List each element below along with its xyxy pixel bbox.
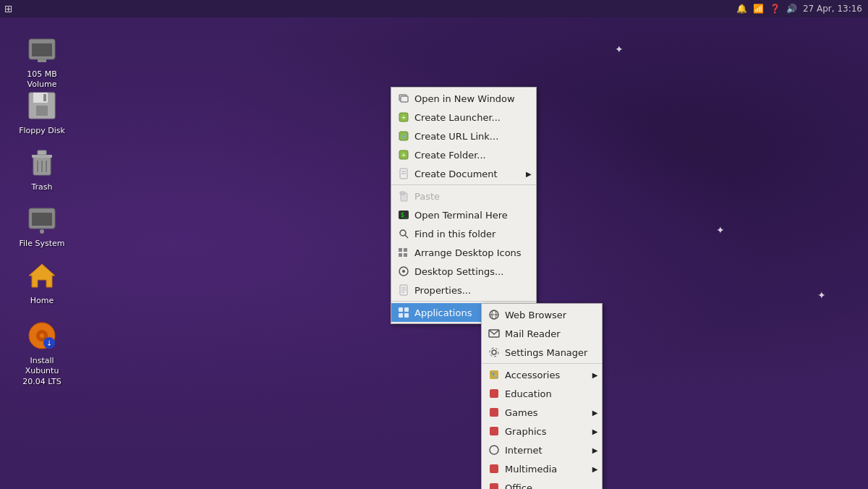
svg-rect-41 xyxy=(399,253,402,257)
notification-icon[interactable]: 🔔 xyxy=(736,4,747,14)
mail-reader-icon xyxy=(488,327,501,340)
submenu-applications: Web Browser Mail Reader Settings Manager… xyxy=(481,303,603,489)
svg-point-58 xyxy=(490,348,498,357)
arrange-icons-label: Arrange Desktop Icons xyxy=(414,247,522,258)
applications-label: Applications xyxy=(414,307,472,318)
desktop-settings-label: Desktop Settings... xyxy=(414,266,503,277)
app-internet[interactable]: Internet ▶ xyxy=(482,441,602,459)
office-label: Office xyxy=(505,482,532,490)
app-accessories[interactable]: 🔧 Accessories ▶ xyxy=(482,365,602,384)
multimedia-icon xyxy=(488,462,501,475)
properties-label: Properties... xyxy=(414,285,471,296)
svg-text:+: + xyxy=(401,114,407,121)
app-office[interactable]: Office xyxy=(482,478,602,489)
internet-arrow: ▶ xyxy=(592,446,598,454)
open-terminal-label: Open Terminal Here xyxy=(414,210,508,221)
taskbar-left: ⊞ xyxy=(0,3,13,14)
svg-point-44 xyxy=(402,270,405,273)
internet-icon xyxy=(488,443,501,456)
separator-2 xyxy=(391,301,536,302)
desktop-icon-filesystem[interactable]: File System xyxy=(13,201,71,249)
create-folder-label: Create Folder... xyxy=(414,150,486,161)
education-label: Education xyxy=(505,388,552,399)
menu-properties[interactable]: Properties... xyxy=(391,281,536,299)
graphics-icon xyxy=(488,425,501,438)
svg-rect-9 xyxy=(38,150,46,155)
desktop-icon-volume[interactable]: 105 MB Volume xyxy=(13,32,71,90)
svg-text:🔧: 🔧 xyxy=(490,371,498,378)
menu-arrange-icons[interactable]: Arrange Desktop Icons xyxy=(391,243,536,262)
paste-label: Paste xyxy=(414,191,440,202)
svg-rect-23 xyxy=(401,96,408,102)
menu-desktop-settings[interactable]: Desktop Settings... xyxy=(391,262,536,281)
menu-find-in-folder[interactable]: Find in this folder xyxy=(391,224,536,243)
arrange-icons-icon xyxy=(397,246,410,259)
find-in-folder-label: Find in this folder xyxy=(414,229,495,239)
svg-text:🔗: 🔗 xyxy=(401,133,407,140)
app-education[interactable]: Education xyxy=(482,384,602,403)
find-icon xyxy=(397,227,410,240)
desktop-icon-trash[interactable]: Trash xyxy=(13,145,71,192)
desktop-icon-install[interactable]: ↓ Install Xubuntu 20.04 LTS xyxy=(13,318,71,387)
menu-applications[interactable]: Applications ▶ Web Browser Mail Reader xyxy=(391,303,536,322)
settings-manager-label: Settings Manager xyxy=(505,347,587,358)
office-icon xyxy=(488,481,501,489)
svg-point-57 xyxy=(492,350,496,354)
desktop-icon-floppy[interactable]: Floppy Disk xyxy=(13,88,71,136)
svg-rect-34 xyxy=(400,192,405,195)
accessories-icon: 🔧 xyxy=(488,368,501,381)
svg-rect-5 xyxy=(36,106,48,116)
menu-open-new-window[interactable]: Open in New Window xyxy=(391,89,536,108)
svg-text:$_: $_ xyxy=(401,212,408,218)
volume-icon-img xyxy=(25,32,59,67)
app-games[interactable]: Games ▶ xyxy=(482,403,602,422)
accessories-label: Accessories xyxy=(505,370,560,380)
menu-create-url-link[interactable]: 🔗 Create URL Link... xyxy=(391,127,536,145)
svg-rect-52 xyxy=(404,313,409,318)
open-new-window-label: Open in New Window xyxy=(414,93,515,104)
svg-rect-39 xyxy=(399,248,402,252)
menu-create-document[interactable]: Create Document ▶ xyxy=(391,164,536,183)
svg-rect-62 xyxy=(490,408,498,417)
install-label: Install Xubuntu 20.04 LTS xyxy=(13,356,71,387)
applications-icon xyxy=(397,306,410,319)
accessories-arrow: ▶ xyxy=(592,371,598,379)
svg-rect-49 xyxy=(399,307,403,312)
app-graphics[interactable]: Graphics ▶ xyxy=(482,422,602,441)
svg-rect-63 xyxy=(490,427,498,435)
games-arrow: ▶ xyxy=(592,409,598,417)
help-icon[interactable]: ❓ xyxy=(770,4,780,14)
app-web-browser[interactable]: Web Browser xyxy=(482,305,602,324)
star-decoration: ✦ xyxy=(716,224,725,236)
create-document-label: Create Document xyxy=(414,169,498,179)
graphics-label: Graphics xyxy=(505,426,546,437)
menu-paste[interactable]: Paste xyxy=(391,187,536,205)
menu-open-terminal[interactable]: $_ Open Terminal Here xyxy=(391,205,536,224)
menu-create-launcher[interactable]: + Create Launcher... xyxy=(391,108,536,127)
multimedia-arrow: ▶ xyxy=(592,465,598,473)
home-icon-img xyxy=(25,258,59,293)
home-label: Home xyxy=(30,296,54,306)
open-terminal-icon: $_ xyxy=(397,208,410,221)
app-multimedia[interactable]: Multimedia ▶ xyxy=(482,459,602,478)
mail-reader-label: Mail Reader xyxy=(505,328,561,339)
floppy-icon-img xyxy=(25,88,59,123)
app-sep-1 xyxy=(482,363,602,364)
wifi-icon[interactable]: 📶 xyxy=(753,4,764,14)
install-icon-img: ↓ xyxy=(25,318,59,353)
svg-line-38 xyxy=(405,235,408,238)
svg-point-64 xyxy=(490,446,498,454)
app-mail-reader[interactable]: Mail Reader xyxy=(482,324,602,343)
context-menu: Open in New Window + Create Launcher... … xyxy=(391,87,537,324)
trash-label: Trash xyxy=(31,182,52,192)
app-menu-icon[interactable]: ⊞ xyxy=(4,3,13,14)
app-settings-manager[interactable]: Settings Manager xyxy=(482,343,602,362)
web-browser-label: Web Browser xyxy=(505,310,566,320)
create-launcher-icon: + xyxy=(397,111,410,124)
svg-rect-8 xyxy=(32,155,52,158)
menu-create-folder[interactable]: + Create Folder... xyxy=(391,145,536,164)
volume-icon[interactable]: 🔊 xyxy=(786,4,797,14)
desktop-icon-home[interactable]: Home xyxy=(13,258,71,306)
svg-rect-61 xyxy=(490,389,498,398)
create-url-link-icon: 🔗 xyxy=(397,129,410,143)
